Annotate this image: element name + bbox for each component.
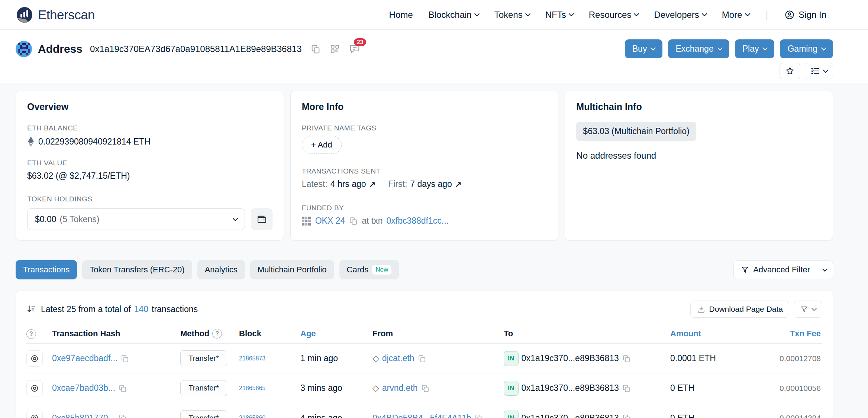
- arrow-up-right-icon[interactable]: ↗: [455, 180, 462, 189]
- sort-descending-icon[interactable]: [26, 304, 36, 314]
- block-link[interactable]: 21865860: [239, 415, 265, 418]
- nav-blockchain[interactable]: Blockchain: [429, 10, 479, 20]
- nav-developers[interactable]: Developers: [654, 10, 706, 20]
- copy-tx-hash-button[interactable]: [118, 414, 127, 418]
- copy-icon: [349, 216, 358, 226]
- chevron-down-icon: [821, 45, 826, 51]
- nav-resources[interactable]: Resources: [589, 10, 639, 20]
- method-help-icon[interactable]: ?: [212, 329, 222, 338]
- tab-analytics[interactable]: Analytics: [197, 260, 245, 279]
- transactions-card: Latest 25 from a total of 140 transactio…: [16, 291, 833, 418]
- amount-value: 0 ETH: [670, 413, 748, 418]
- wallet-button[interactable]: [251, 208, 272, 230]
- download-page-data-button[interactable]: Download Page Data: [690, 301, 789, 318]
- copy-icon: [622, 414, 631, 418]
- page-title: Address: [38, 43, 83, 55]
- gaming-button[interactable]: Gaming: [780, 39, 833, 58]
- advanced-filter-caret[interactable]: [817, 261, 833, 279]
- copy-from-button[interactable]: [417, 354, 426, 363]
- token-holdings-dropdown[interactable]: $0.00 (5 Tokens): [27, 208, 245, 230]
- tx-hash-link[interactable]: 0xe97aecdbadf...: [52, 353, 117, 363]
- to-address: 0x1a19c370...e89B36813: [522, 383, 619, 393]
- new-badge: New: [372, 265, 391, 275]
- buy-button[interactable]: Buy: [625, 39, 663, 58]
- private-name-tags-label: PRIVATE NAME TAGS: [302, 124, 547, 132]
- tx-hash-link[interactable]: 0xcae7bad03b...: [52, 383, 115, 393]
- age-value: 1 min ago: [300, 353, 372, 363]
- block-link[interactable]: 21865873: [239, 355, 265, 362]
- col-txn-fee-toggle[interactable]: Txn Fee: [790, 329, 821, 338]
- first-sent-link[interactable]: 7 days ago: [410, 179, 452, 189]
- tx-preview-button[interactable]: [26, 410, 43, 418]
- latest-sent-link[interactable]: 4 hrs ago: [330, 179, 366, 189]
- table-filter-button[interactable]: [794, 301, 822, 318]
- chevron-down-icon: [233, 216, 238, 221]
- checklist-icon: [810, 66, 820, 76]
- col-amount-toggle[interactable]: Amount: [670, 329, 701, 338]
- tab-token-transfers[interactable]: Token Transfers (ERC-20): [82, 260, 192, 279]
- qr-code-button[interactable]: [330, 44, 340, 54]
- method-badge[interactable]: Transfer*: [180, 350, 227, 366]
- main-nav: Home Blockchain Tokens NFTs Resources De…: [389, 9, 826, 20]
- from-link[interactable]: 0x4BDe58B4...5f4F4A11b: [372, 413, 471, 418]
- col-transaction-hash: Transaction Hash: [52, 329, 180, 338]
- copy-icon: [310, 44, 321, 54]
- tab-cards[interactable]: CardsNew: [339, 260, 399, 279]
- copy-tx-hash-button[interactable]: [118, 384, 127, 393]
- latest-label: Latest:: [302, 179, 327, 189]
- advanced-filter-button: Advanced Filter: [733, 260, 833, 279]
- block-link[interactable]: 21865865: [239, 385, 265, 391]
- col-from: From: [372, 329, 504, 338]
- exchange-button[interactable]: Exchange: [668, 39, 729, 58]
- chevron-down-icon: [822, 266, 827, 271]
- address-options-button[interactable]: [805, 63, 833, 79]
- from-link[interactable]: djcat.eth: [382, 353, 414, 363]
- total-transactions-link[interactable]: 140: [134, 304, 148, 314]
- amount-value: 0.0001 ETH: [670, 353, 748, 363]
- copy-address-button[interactable]: [310, 44, 321, 54]
- etherscan-logo[interactable]: Etherscan: [16, 6, 95, 24]
- tab-transactions[interactable]: Transactions: [16, 260, 77, 279]
- copy-icon: [118, 384, 127, 393]
- copy-to-button[interactable]: [622, 384, 631, 393]
- play-button[interactable]: Play: [735, 39, 775, 58]
- copy-from-button[interactable]: [474, 414, 483, 418]
- tab-multichain-portfolio[interactable]: Multichain Portfolio: [250, 260, 334, 279]
- add-name-tag-button[interactable]: + Add: [302, 136, 342, 154]
- eye-preview-icon: [30, 384, 39, 393]
- copy-to-button[interactable]: [622, 354, 631, 363]
- help-icon[interactable]: ?: [26, 329, 36, 339]
- method-badge[interactable]: Transfer*: [180, 380, 227, 396]
- tx-preview-button[interactable]: [26, 380, 43, 396]
- copy-tx-hash-button[interactable]: [120, 354, 129, 363]
- copy-funder-button[interactable]: [349, 216, 358, 226]
- address-header: Address 0x1a19c370EA73d67a0a91085811A1E8…: [0, 30, 868, 83]
- funnel-icon: [800, 305, 809, 314]
- funding-txn-link[interactable]: 0xfbc388df1cc...: [386, 216, 449, 226]
- col-age-toggle[interactable]: Age: [300, 329, 316, 338]
- method-badge[interactable]: Transfer*: [180, 410, 227, 418]
- nav-more[interactable]: More: [722, 10, 749, 20]
- at-txn-label: at txn: [362, 216, 383, 226]
- chevron-down-icon: [651, 45, 656, 51]
- eth-value: $63.02 (@ $2,747.15/ETH): [27, 171, 272, 181]
- copy-to-button[interactable]: [622, 414, 631, 418]
- comments-button[interactable]: 23: [349, 43, 360, 55]
- tx-hash-link[interactable]: 0xc85b801770...: [52, 413, 115, 418]
- nav-divider: |: [766, 9, 768, 20]
- multichain-portfolio-badge[interactable]: $63.03 (Multichain Portfolio): [576, 122, 696, 141]
- nav-tokens[interactable]: Tokens: [494, 10, 530, 20]
- from-link[interactable]: arvnd.eth: [382, 383, 418, 393]
- sign-in-button[interactable]: Sign In: [784, 10, 826, 20]
- funder-link[interactable]: OKX 24: [315, 216, 345, 226]
- table-row: 0xc85b801770... Transfer* 21865860 4 min…: [26, 403, 822, 418]
- nav-home[interactable]: Home: [389, 10, 413, 20]
- nav-nfts[interactable]: NFTs: [545, 10, 573, 20]
- okx-icon: [302, 217, 311, 226]
- copy-from-button[interactable]: [421, 384, 430, 393]
- arrow-up-right-icon[interactable]: ↗: [369, 180, 376, 189]
- watchlist-star-button[interactable]: [780, 63, 800, 79]
- advanced-filter-main[interactable]: Advanced Filter: [734, 261, 817, 279]
- tx-preview-button[interactable]: [26, 350, 43, 367]
- copy-icon: [622, 384, 631, 393]
